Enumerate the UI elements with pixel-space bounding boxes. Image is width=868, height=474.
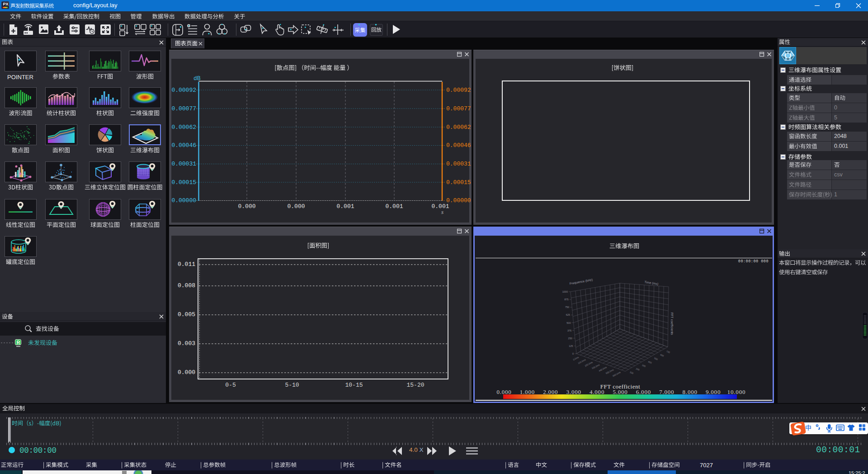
svg-text:440.0ms: 440.0ms	[598, 365, 607, 372]
svg-text:250: 250	[568, 337, 572, 340]
svg-text:875: 875	[564, 298, 568, 301]
svg-text:125: 125	[569, 345, 573, 347]
svg-text:100: 100	[629, 370, 634, 374]
svg-text:110.0ms: 110.0ms	[577, 358, 586, 365]
svg-text:500: 500	[566, 322, 571, 324]
svg-text:0.0ms: 0.0ms	[572, 356, 579, 361]
svg-text:600: 600	[660, 353, 665, 357]
svg-text:375: 375	[567, 329, 571, 332]
svg-text:Frequence (kHz): Frequence (kHz)	[569, 278, 593, 286]
svg-text:220.0ms: 220.0ms	[584, 360, 593, 367]
svg-text:500: 500	[654, 357, 658, 361]
svg-text:0: 0	[572, 352, 574, 355]
svg-text:700: 700	[666, 350, 670, 354]
svg-text:200: 200	[636, 367, 640, 371]
svg-text:FFT coefficients: FFT coefficients	[670, 313, 674, 335]
svg-text:625: 625	[566, 313, 570, 316]
svg-text:660.0ms: 660.0ms	[612, 371, 621, 378]
svg-text:330.0ms: 330.0ms	[591, 363, 600, 370]
svg-text:750: 750	[565, 306, 569, 308]
svg-text:550.0ms: 550.0ms	[605, 368, 614, 375]
svg-text:1000: 1000	[562, 290, 568, 293]
svg-text:300: 300	[642, 364, 646, 368]
svg-text:400: 400	[648, 360, 652, 364]
